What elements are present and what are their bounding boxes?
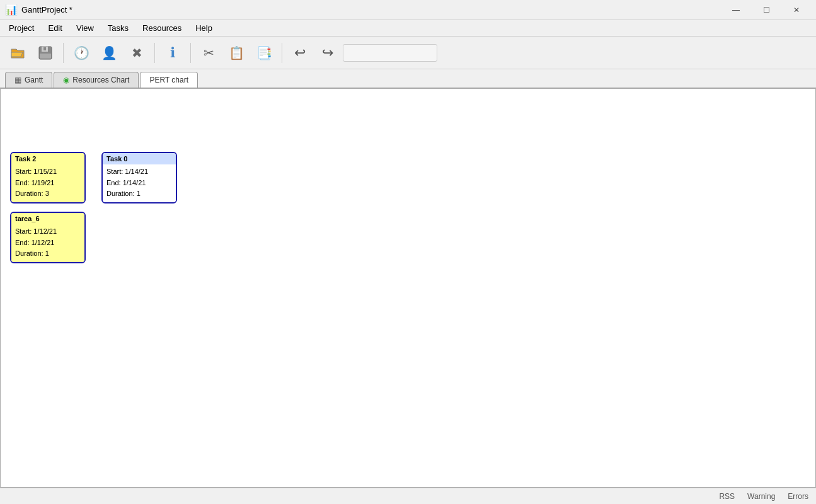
status-rss[interactable]: RSS [719,492,735,501]
minimize-button[interactable]: — [721,1,750,19]
menu-resources[interactable]: Resources [136,22,188,34]
save-icon [37,45,54,61]
pert-node-tarea6-header: tarea_6 [11,213,84,224]
tab-pert-chart[interactable]: PERT chart [140,72,198,88]
tab-gantt-label: Gantt [25,76,43,84]
svg-rect-2 [40,54,51,59]
tab-resources-label: Resources Chart [72,76,129,84]
pert-node-task0-body: Start: 1/14/21 End: 1/14/21 Duration: 1 [103,164,176,202]
search-input[interactable] [343,44,437,62]
app-icon: 📊 [5,4,18,16]
copy-button[interactable]: 📋 [224,40,249,66]
tarea6-duration: Duration: 1 [15,248,81,260]
window-controls: — ☐ ✕ [721,1,811,19]
separator-4 [282,43,282,63]
close-button[interactable]: ✕ [782,1,811,19]
pert-node-task2-body: Start: 1/15/21 End: 1/19/21 Duration: 3 [11,164,84,202]
pert-canvas: Task 2 Start: 1/15/21 End: 1/19/21 Durat… [0,88,816,488]
svg-rect-3 [43,47,46,50]
tarea6-start: Start: 1/12/21 [15,226,81,238]
menu-project[interactable]: Project [3,22,40,34]
tab-resources-chart[interactable]: ◉ Resources Chart [54,72,139,88]
task0-duration: Duration: 1 [106,188,172,200]
separator-2 [154,43,155,63]
resources-tab-icon: ◉ [63,76,69,84]
separator-3 [190,43,191,63]
title-bar: 📊 GanttProject * — ☐ ✕ [0,0,816,20]
tarea6-end: End: 1/12/21 [15,238,81,249]
status-errors[interactable]: Errors [788,492,808,501]
pert-node-tarea6[interactable]: tarea_6 Start: 1/12/21 End: 1/12/21 Dura… [10,212,86,263]
save-button[interactable] [33,40,58,66]
task0-end: End: 1/14/21 [106,178,172,189]
task2-duration: Duration: 3 [15,188,81,200]
menu-edit[interactable]: Edit [42,22,68,34]
task2-start: Start: 1/15/21 [15,166,81,178]
menu-view[interactable]: View [70,22,100,34]
task0-start: Start: 1/14/21 [106,166,172,178]
pert-node-tarea6-body: Start: 1/12/21 End: 1/12/21 Duration: 1 [11,224,84,262]
pert-node-task2-header: Task 2 [11,153,84,164]
tab-gantt[interactable]: ▦ Gantt [5,72,52,88]
gantt-tab-icon: ▦ [14,76,21,84]
pert-node-task2[interactable]: Task 2 Start: 1/15/21 End: 1/19/21 Durat… [10,152,86,203]
tab-pert-label: PERT chart [149,76,188,84]
menu-help[interactable]: Help [189,22,219,34]
tab-bar: ▦ Gantt ◉ Resources Chart PERT chart [0,69,816,88]
task2-end: End: 1/19/21 [15,178,81,189]
profile-button[interactable]: 👤 [96,40,122,66]
info-button[interactable]: ℹ [160,40,185,66]
redo-button[interactable]: ↪ [315,40,340,66]
menu-bar: Project Edit View Tasks Resources Help [0,20,816,37]
toolbar: 🕐 👤 ✖ ℹ ✂ 📋 📑 ↩ ↪ [0,37,816,69]
separator-1 [63,43,64,63]
title-bar-left: 📊 GanttProject * [5,4,72,16]
pert-node-task0-header: Task 0 [103,153,176,164]
paste-button[interactable]: 📑 [251,40,277,66]
title-text: GanttProject * [21,5,72,14]
status-bar: RSS Warning Errors [0,488,816,504]
open-button[interactable] [5,40,30,66]
close-project-button[interactable]: ✖ [124,40,149,66]
maximize-button[interactable]: ☐ [752,1,781,19]
status-warning[interactable]: Warning [747,492,775,501]
pert-node-task0[interactable]: Task 0 Start: 1/14/21 End: 1/14/21 Durat… [101,152,177,203]
open-icon [9,45,26,61]
history-button[interactable]: 🕐 [69,40,94,66]
undo-button[interactable]: ↩ [287,40,313,66]
cut-button[interactable]: ✂ [196,40,221,66]
menu-tasks[interactable]: Tasks [101,22,135,34]
